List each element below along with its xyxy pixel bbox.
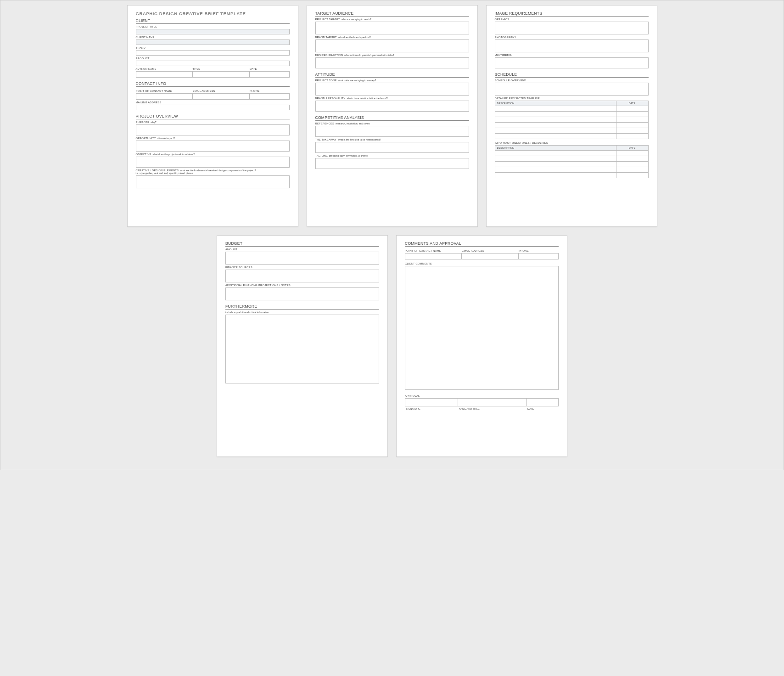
signature-labels: SIGNATURE NAME AND TITLE DATE: [405, 407, 559, 410]
label-desired-reaction: DESIRED REACTIONwhat actions do you wish…: [315, 54, 469, 57]
label-finance-sources: FINANCE SOURCES: [225, 266, 379, 269]
milestones-table: DESCRIPTIONDATE: [495, 145, 649, 178]
table-row: [495, 133, 648, 139]
input-graphics[interactable]: [495, 22, 649, 34]
section-furthermore: FURTHERMORE: [225, 304, 379, 310]
input-opportunity[interactable]: [136, 141, 290, 152]
page-5: COMMENTS AND APPROVAL POINT OF CONTACT N…: [396, 235, 567, 457]
input-author-title[interactable]: [193, 71, 250, 78]
label-milestones: IMPORTANT MILESTONES / DEADLINES: [495, 141, 649, 145]
page-2: TARGET AUDIENCE PROJECT TARGETwho are we…: [307, 5, 478, 227]
section-attitude: ATTITUDE: [315, 72, 469, 78]
th-date: DATE: [616, 101, 648, 106]
table-row: [495, 106, 648, 111]
page-3: IMAGE REQUIREMENTS GRAPHICS PHOTOGRAPHY …: [486, 5, 657, 227]
page-1: GRAPHIC DESIGN CREATIVE BRIEF TEMPLATE C…: [127, 5, 298, 227]
label-approval-poc: POINT OF CONTACT NAME: [405, 249, 462, 253]
input-references[interactable]: [315, 126, 469, 137]
input-project-target[interactable]: [315, 22, 469, 34]
input-poc-name[interactable]: [136, 93, 193, 100]
label-sign-date: DATE: [526, 407, 559, 410]
label-signature: SIGNATURE: [405, 407, 458, 410]
label-approval-phone: PHONE: [519, 249, 559, 253]
th-date-2: DATE: [616, 145, 648, 150]
label-schedule-overview: SCHEDULE OVERVIEW: [495, 79, 649, 82]
label-purpose: PURPOSEwhy?: [136, 121, 290, 124]
label-timeline: DETAILED PROJECTED TIMELINE: [495, 97, 649, 100]
input-purpose[interactable]: [136, 124, 290, 135]
page-row-1: GRAPHIC DESIGN CREATIVE BRIEF TEMPLATE C…: [5, 5, 779, 227]
label-author-name: AUTHOR NAME: [136, 68, 193, 71]
label-brand-target: BRAND TARGETwho does the brand speak to?: [315, 36, 469, 39]
label-tagline: TAG LINEprepared copy, key words, or the…: [315, 154, 469, 158]
label-photography: PHOTOGRAPHY: [495, 36, 649, 39]
input-furthermore[interactable]: [225, 315, 379, 383]
input-signature[interactable]: [405, 398, 458, 406]
input-tagline[interactable]: [315, 158, 469, 169]
label-name-title: NAME AND TITLE: [458, 407, 526, 410]
section-project-overview: PROJECT OVERVIEW: [136, 114, 290, 119]
input-phone[interactable]: [250, 93, 290, 100]
label-brand: BRAND: [136, 46, 290, 50]
input-client-comments[interactable]: [405, 266, 559, 390]
input-project-tone[interactable]: [315, 83, 469, 96]
label-email: EMAIL ADDRESS: [193, 90, 250, 93]
input-client-name[interactable]: [136, 39, 290, 45]
input-brand-personality[interactable]: [315, 101, 469, 112]
label-product: PRODUCT: [136, 57, 290, 60]
table-row: [495, 128, 648, 133]
input-schedule-overview[interactable]: [495, 83, 649, 96]
label-references: REFERENCESresearch, inspiration, and sty…: [315, 122, 469, 125]
table-row: [495, 167, 648, 172]
input-objective[interactable]: [136, 157, 290, 168]
label-objective: OBJECTIVEwhat does the project work to a…: [136, 153, 290, 156]
input-author-date[interactable]: [250, 71, 290, 78]
label-author-title: TITLE: [193, 68, 250, 71]
table-row: [495, 111, 648, 117]
input-approval-phone[interactable]: [519, 253, 559, 259]
section-target-audience: TARGET AUDIENCE: [315, 11, 469, 17]
input-brand-target[interactable]: [315, 39, 469, 52]
label-takeaway: THE TAKEAWAYwhat is the key idea to be r…: [315, 138, 469, 141]
input-sign-date[interactable]: [527, 398, 559, 406]
contact-row: POINT OF CONTACT NAME EMAIL ADDRESS PHON…: [136, 88, 290, 100]
input-desired-reaction[interactable]: [315, 57, 469, 68]
approval-contact-row: POINT OF CONTACT NAME EMAIL ADDRESS PHON…: [405, 248, 559, 259]
table-row: [495, 156, 648, 161]
input-amount[interactable]: [225, 252, 379, 265]
section-client: CLIENT: [136, 18, 290, 24]
label-amount: AMOUNT: [225, 248, 379, 251]
input-multimedia[interactable]: [495, 57, 649, 68]
label-brand-personality: BRAND PERSONALITYwhat characteristics de…: [315, 97, 469, 100]
section-comments-approval: COMMENTS AND APPROVAL: [405, 241, 559, 247]
input-takeaway[interactable]: [315, 142, 469, 153]
input-email[interactable]: [193, 93, 250, 100]
label-client-comments: CLIENT COMMENTS: [405, 262, 559, 265]
label-project-target: PROJECT TARGETwho are we trying to reach…: [315, 18, 469, 21]
page-4: BUDGET AMOUNT FINANCE SOURCES ADDITIONAL…: [217, 235, 388, 457]
label-mailing: MAILING ADDRESS: [136, 101, 290, 104]
input-photography[interactable]: [495, 39, 649, 52]
label-approval-email: EMAIL ADDRESS: [462, 249, 519, 253]
table-row: [495, 150, 648, 156]
section-competitive-analysis: COMPETITIVE ANALYSIS: [315, 115, 469, 121]
document-title: GRAPHIC DESIGN CREATIVE BRIEF TEMPLATE: [136, 11, 290, 16]
label-furthermore: include any additional critical informat…: [225, 311, 379, 314]
label-author-date: DATE: [250, 68, 290, 71]
input-finance-sources[interactable]: [225, 270, 379, 282]
page-row-2: BUDGET AMOUNT FINANCE SOURCES ADDITIONAL…: [5, 235, 779, 457]
input-author-name[interactable]: [136, 71, 193, 78]
input-approval-poc[interactable]: [405, 253, 462, 259]
label-multimedia: MULTIMEDIA: [495, 54, 649, 57]
input-financial-notes[interactable]: [225, 287, 379, 300]
input-creative-elements[interactable]: [136, 175, 290, 188]
input-mailing[interactable]: [136, 105, 290, 110]
table-row: [495, 117, 648, 122]
input-brand[interactable]: [136, 50, 290, 56]
input-approval-email[interactable]: [462, 253, 519, 259]
label-phone: PHONE: [250, 90, 290, 93]
input-product[interactable]: [136, 61, 290, 66]
input-name-title[interactable]: [458, 398, 526, 406]
label-project-title: PROJECT TITLE: [136, 25, 290, 28]
input-project-title[interactable]: [136, 29, 290, 34]
